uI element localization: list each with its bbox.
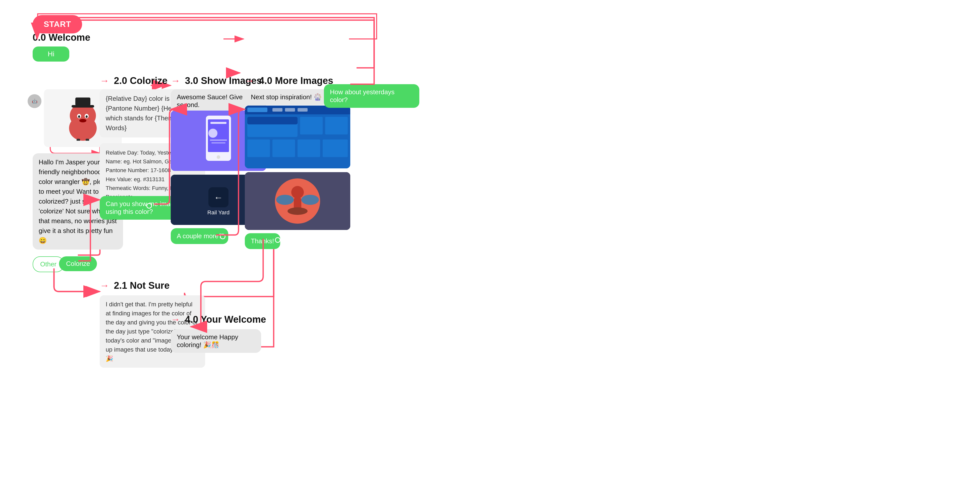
section-40-welcome-title: ← 4.0 Your Welcome	[171, 314, 266, 325]
svg-rect-19	[210, 122, 226, 124]
svg-point-18	[217, 155, 220, 159]
couple-more-bubble: A couple more?	[171, 228, 228, 244]
your-welcome-bubble: Your welcome Happy coloring! 🎉🎊	[171, 329, 261, 353]
more-image-2	[245, 172, 350, 230]
yesterdays-color-bubble: How about yesterdays color?	[324, 84, 419, 108]
svg-rect-32	[298, 108, 308, 112]
svg-rect-40	[323, 139, 348, 157]
svg-rect-39	[298, 139, 320, 157]
arrow-40w: ←	[171, 314, 180, 325]
ecommerce-screenshot	[245, 105, 350, 168]
connector-dot-couple-more	[220, 234, 226, 239]
more-images-bubble: Next stop inspiration! 🎡	[245, 89, 328, 105]
svg-rect-22	[212, 142, 226, 144]
more-image-1	[245, 105, 350, 168]
arrow-40: →	[245, 75, 255, 86]
svg-rect-38	[272, 139, 295, 157]
svg-point-45	[276, 195, 294, 205]
svg-point-20	[208, 129, 218, 138]
avatar: 🤖	[28, 94, 41, 108]
hi-bubble: Hi	[33, 46, 69, 62]
svg-point-47	[288, 208, 308, 215]
section-21-title: → 2.1 Not Sure	[100, 280, 170, 291]
svg-point-9	[86, 115, 88, 118]
svg-rect-12	[86, 139, 89, 141]
section-20-title: → 2.0 Colorize	[100, 75, 167, 86]
colorize-button[interactable]: Colorize	[59, 256, 97, 271]
svg-rect-21	[210, 139, 227, 141]
avatar-icon: 🤖	[32, 99, 37, 104]
svg-point-46	[301, 195, 319, 205]
svg-point-43	[291, 186, 304, 198]
svg-text:←: ←	[214, 192, 223, 203]
section-00-title: 0.0 Welcome	[33, 32, 91, 43]
connector-dot-colorize	[146, 203, 152, 209]
svg-rect-37	[247, 139, 270, 157]
connector-dot-thanks	[275, 237, 280, 243]
svg-rect-11	[76, 139, 80, 141]
svg-point-10	[80, 119, 86, 122]
illustration-card	[245, 172, 350, 230]
svg-rect-29	[247, 107, 267, 112]
svg-rect-36	[325, 117, 348, 134]
start-button[interactable]: START	[33, 15, 82, 34]
svg-rect-30	[272, 108, 283, 112]
svg-rect-5	[75, 97, 91, 105]
mascot-svg	[63, 96, 103, 141]
thanks-bubble: Thanks!	[245, 233, 280, 249]
svg-rect-34	[247, 117, 298, 125]
svg-text:Rail Yard: Rail Yard	[207, 209, 229, 216]
arrow-30: →	[171, 75, 180, 86]
svg-rect-35	[300, 117, 323, 134]
arrow-20: →	[100, 75, 109, 86]
svg-point-8	[78, 115, 80, 118]
section-40-images-title: → 4.0 More Images	[245, 75, 333, 86]
arrow-21: →	[100, 280, 109, 291]
svg-rect-31	[285, 108, 295, 112]
